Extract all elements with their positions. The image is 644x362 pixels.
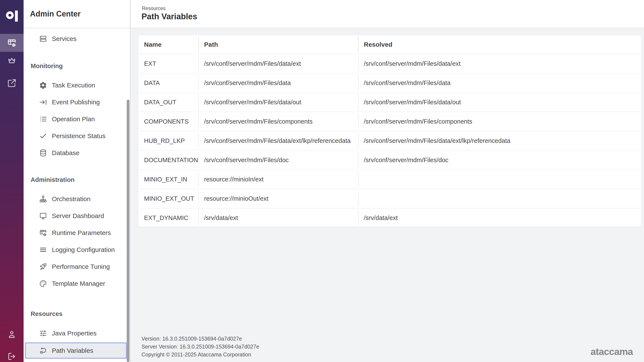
check-icon: [39, 132, 47, 140]
sidebar-item-label: Persistence Status: [52, 132, 106, 140]
sidebar-item-orchestration[interactable]: Orchestration: [24, 190, 130, 207]
cell-resolved: [358, 189, 641, 208]
sidebar-item-performance-tuning[interactable]: Performance Tuning: [24, 258, 130, 275]
arrow-to-bar-icon: [39, 98, 47, 106]
table-gear-icon: [39, 229, 47, 237]
section-label-administration: Administration: [24, 176, 130, 184]
sidebar-item-label: Server Dashboard: [52, 212, 104, 220]
cell-name: DATA_OUT: [138, 93, 198, 112]
rail-logout-button[interactable]: [0, 348, 24, 362]
cell-path: resource://minioIn/ext: [198, 170, 358, 189]
cell-path: resource://minioOut/ext: [198, 189, 358, 208]
sidebar-item-label: Java Properties: [52, 330, 96, 337]
sidebar-item-label: Logging Configuration: [52, 246, 115, 253]
version-line: Version: 16.3.0.251009-153694-0a7d027e: [142, 335, 259, 343]
table-row: DATA /srv/conf/server/mdm/Files/data /sr…: [138, 73, 641, 92]
rocket-icon: [39, 263, 47, 271]
sidebar-item-java-properties[interactable]: Java Properties: [24, 325, 130, 342]
database-icon: [39, 149, 47, 157]
sidebar-item-label: Path Variables: [52, 347, 93, 354]
crown-icon: [7, 56, 17, 66]
page-title: Path Variables: [142, 12, 197, 21]
palette-icon: [39, 280, 47, 288]
cell-name: HUB_RD_LKP: [138, 131, 198, 150]
table-row: MINIO_EXT_OUT resource://minioOut/ext: [138, 189, 641, 208]
sitemap-icon: [39, 195, 47, 203]
cell-name: EXT: [138, 54, 198, 73]
table-row: COMPONENTS /srv/conf/server/mdm/Files/co…: [138, 112, 641, 131]
sidebar: Admin Center Services Monitoring: [24, 0, 130, 362]
sidebar-item-label: Database: [52, 149, 79, 157]
sidebar-item-path-variables[interactable]: Path Variables: [25, 342, 127, 359]
sidebar-item-task-execution[interactable]: Task Execution: [24, 77, 130, 94]
route-icon: [39, 347, 47, 355]
sidebar-item-server-dashboard[interactable]: Server Dashboard: [24, 207, 130, 224]
rail-user-button[interactable]: [0, 326, 24, 344]
version-footer: Version: 16.3.0.251009-153694-0a7d027e S…: [142, 335, 259, 359]
cell-resolved: [358, 170, 641, 189]
sidebar-item-logging-configuration[interactable]: Logging Configuration: [24, 241, 130, 258]
cell-path: /srv/conf/server/mdm/Files/doc: [198, 151, 358, 169]
table-row: MINIO_EXT_IN resource://minioIn/ext: [138, 169, 641, 189]
app-title: Admin Center: [24, 0, 130, 28]
rail-admin-center-button[interactable]: [0, 34, 24, 52]
cell-resolved: /srv/conf/server/mdm/Files/data/ext: [358, 54, 641, 73]
column-header-path: Path: [198, 35, 358, 54]
cell-name: COMPONENTS: [138, 112, 198, 131]
monitor-icon: [39, 212, 47, 220]
logout-icon: [7, 352, 17, 361]
server-version-line: Server Version: 16.3.0.251009-153694-0a7…: [142, 343, 259, 351]
sidebar-item-operation-plan[interactable]: Operation Plan: [24, 110, 130, 127]
table-row: EXT_DYNAMIC /srv/data/ext /srv/data/ext: [138, 208, 641, 227]
sidebar-item-services[interactable]: Services: [24, 30, 130, 47]
section-label-monitoring: Monitoring: [24, 62, 130, 70]
sidebar-item-label: Orchestration: [52, 195, 90, 203]
ataccama-one-logo: [0, 0, 24, 34]
main-header: Resources Path Variables: [131, 0, 644, 28]
sidebar-item-label: Operation Plan: [52, 115, 95, 123]
sidebar-item-template-manager[interactable]: Template Manager: [24, 275, 130, 292]
cell-resolved: /srv/conf/server/mdm/Files/data/ext/lkp/…: [358, 131, 641, 150]
logo-mark: [6, 11, 18, 22]
gear-icon: [39, 81, 47, 89]
external-link-icon: [7, 78, 17, 88]
sidebar-item-label: Template Manager: [52, 280, 105, 287]
sidebar-scrollbar-thumb[interactable]: [127, 100, 130, 362]
sidebar-item-label: Runtime Parameters: [52, 229, 111, 237]
cell-resolved: /srv/conf/server/mdm/Files/data: [358, 73, 641, 92]
breadcrumb: Resources: [142, 5, 166, 11]
sidebar-item-runtime-parameters[interactable]: Runtime Parameters: [24, 224, 130, 241]
cell-path: /srv/conf/server/mdm/Files/data/ext: [198, 54, 358, 73]
cell-path: /srv/conf/server/mdm/Files/data: [198, 73, 358, 92]
cell-name: MINIO_EXT_OUT: [138, 189, 198, 208]
sidebar-item-label: Task Execution: [52, 82, 95, 89]
grid-gear-icon: [7, 38, 17, 48]
table-header-row: Name Path Resolved: [138, 35, 641, 54]
cell-resolved: /srv/conf/server/mdm/Files/data/out: [358, 93, 641, 112]
list-icon: [39, 115, 47, 123]
ataccama-wordmark: ataccama: [590, 346, 633, 357]
logo-circle: [6, 11, 14, 19]
rail-crown-button[interactable]: [0, 52, 24, 70]
logo-bar: [15, 10, 18, 22]
cell-path: /srv/conf/server/mdm/Files/components: [198, 112, 358, 131]
cell-resolved: /srv/data/ext: [358, 208, 641, 227]
cell-resolved: /srv/conf/server/mdm/Files/doc: [358, 151, 641, 169]
table-row: DATA_OUT /srv/conf/server/mdm/Files/data…: [138, 92, 641, 112]
cell-path: /srv/conf/server/mdm/Files/data/ext/lkp/…: [198, 131, 358, 150]
sidebar-nav: Services Monitoring Task Execution: [24, 30, 130, 359]
sidebar-item-label: Performance Tuning: [52, 263, 110, 270]
sidebar-item-persistence-status[interactable]: Persistence Status: [24, 127, 130, 144]
rail-external-link-button[interactable]: [0, 74, 24, 92]
section-label-resources: Resources: [24, 310, 130, 318]
cell-name: MINIO_EXT_IN: [138, 170, 198, 189]
user-icon: [7, 330, 17, 340]
cell-path: /srv/data/ext: [198, 208, 358, 227]
rail-bottom-group: [0, 326, 24, 362]
menu-lines-icon: [39, 246, 47, 254]
content-area: Name Path Resolved EXT /srv/conf/server/…: [131, 29, 644, 362]
table-row: EXT /srv/conf/server/mdm/Files/data/ext …: [138, 54, 641, 73]
column-header-name: Name: [138, 35, 198, 54]
sidebar-item-database[interactable]: Database: [24, 144, 130, 161]
sidebar-item-event-publishing[interactable]: Event Publishing: [24, 94, 130, 110]
